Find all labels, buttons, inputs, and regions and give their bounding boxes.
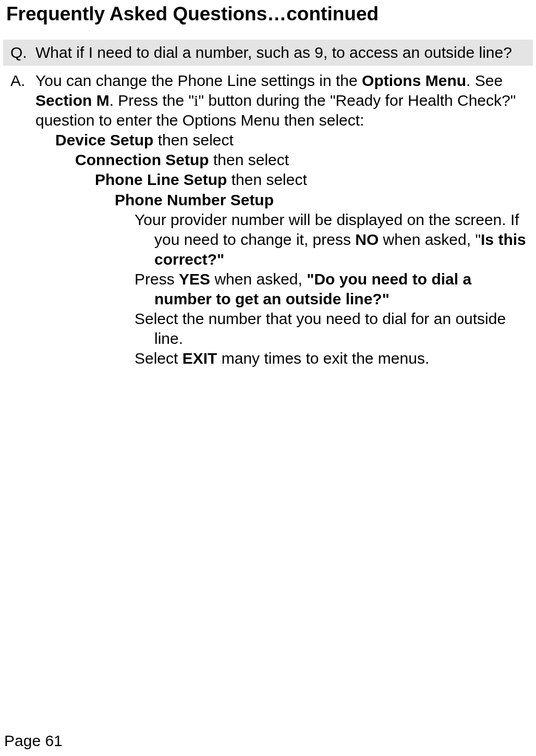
text: then select — [227, 171, 307, 188]
page-number: Page 61 — [4, 732, 63, 750]
text: Select the number that you need to dial … — [135, 309, 529, 349]
text: Select — [135, 350, 182, 367]
menu-step-phone-number-setup: Phone Number Setup — [35, 190, 529, 210]
text: You can change the Phone Line settings i… — [35, 72, 362, 89]
menu-step-phone-line-setup: Phone Line Setup then select — [35, 170, 529, 190]
question-text: What if I need to dial a number, such as… — [35, 44, 529, 61]
text: . See — [466, 72, 503, 89]
faq-question-row: Q. What if I need to dial a number, such… — [3, 40, 533, 66]
bold-text: Connection Setup — [75, 151, 209, 168]
bold-text: YES — [179, 270, 210, 288]
instruction-step-4: Select EXIT many times to exit the menus… — [35, 349, 529, 368]
bold-text: Phone Line Setup — [95, 171, 227, 188]
faq-answer-row: A. You can change the Phone Line setting… — [3, 66, 533, 368]
text: Press — [135, 270, 179, 288]
answer-body: You can change the Phone Line settings i… — [35, 71, 529, 368]
question-label: Q. — [10, 44, 35, 61]
bold-text: Device Setup — [55, 131, 153, 148]
bold-text: NO — [355, 231, 379, 248]
text: . Press the " — [109, 92, 194, 109]
text: then select — [153, 131, 233, 148]
instruction-step-3: Select the number that you need to dial … — [35, 309, 529, 349]
text: when asked, " — [379, 231, 481, 248]
answer-label: A. — [10, 71, 35, 368]
text: many times to exit the menus. — [217, 350, 429, 367]
bold-text: Options Menu — [362, 72, 466, 89]
menu-step-device-setup: Device Setup then select — [35, 130, 529, 150]
instruction-step-2: Press YES when asked, "Do you need to di… — [35, 269, 529, 309]
answer-paragraph-1: You can change the Phone Line settings i… — [35, 71, 529, 130]
text: then select — [209, 151, 289, 168]
bold-text: EXIT — [182, 350, 217, 367]
page: Frequently Asked Questions…continued Q. … — [0, 0, 536, 756]
page-title: Frequently Asked Questions…continued — [3, 0, 533, 40]
instruction-step-1: Your provider number will be displayed o… — [35, 210, 529, 269]
menu-step-connection-setup: Connection Setup then select — [35, 150, 529, 170]
text: when asked, — [210, 270, 307, 288]
bold-text: Section M — [35, 92, 109, 109]
bold-text: Phone Number Setup — [115, 191, 274, 208]
